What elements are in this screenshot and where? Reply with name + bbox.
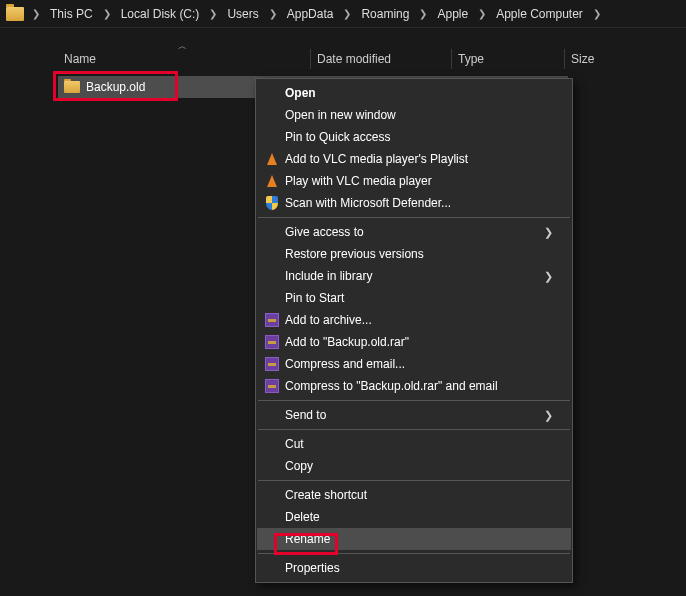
- menu-item[interactable]: Play with VLC media player: [257, 170, 571, 192]
- menu-item-label: Add to "Backup.old.rar": [285, 335, 553, 349]
- chevron-right-icon: ❯: [415, 8, 431, 19]
- menu-item[interactable]: Delete: [257, 506, 571, 528]
- folder-icon: [6, 7, 24, 21]
- chevron-right-icon: ❯: [589, 8, 605, 19]
- chevron-right-icon: ❯: [474, 8, 490, 19]
- menu-separator: [258, 553, 570, 554]
- breadcrumb-item[interactable]: AppData: [283, 3, 338, 25]
- menu-item-label: Play with VLC media player: [285, 174, 553, 188]
- chevron-right-icon: ❯: [99, 8, 115, 19]
- menu-item[interactable]: Compress to "Backup.old.rar" and email: [257, 375, 571, 397]
- chevron-right-icon: ❯: [205, 8, 221, 19]
- chevron-right-icon: ❯: [265, 8, 281, 19]
- menu-item-label: Pin to Start: [285, 291, 553, 305]
- archive-icon: [265, 379, 279, 393]
- menu-item[interactable]: Give access to ❯: [257, 221, 571, 243]
- menu-item[interactable]: Pin to Quick access: [257, 126, 571, 148]
- menu-item[interactable]: Create shortcut: [257, 484, 571, 506]
- column-header-name[interactable]: Name: [58, 48, 310, 70]
- menu-item[interactable]: Scan with Microsoft Defender...: [257, 192, 571, 214]
- menu-item-label: Compress and email...: [285, 357, 553, 371]
- menu-item-label: Compress to "Backup.old.rar" and email: [285, 379, 553, 393]
- menu-item-label: Add to archive...: [285, 313, 553, 327]
- menu-item[interactable]: Open in new window: [257, 104, 571, 126]
- menu-item[interactable]: Pin to Start: [257, 287, 571, 309]
- menu-item-label: Include in library: [285, 269, 544, 283]
- menu-item-label: Properties: [285, 561, 553, 575]
- menu-item[interactable]: Include in library ❯: [257, 265, 571, 287]
- menu-item[interactable]: Add to archive...: [257, 309, 571, 331]
- menu-separator: [258, 217, 570, 218]
- menu-item-label: Pin to Quick access: [285, 130, 553, 144]
- menu-item[interactable]: Properties: [257, 557, 571, 579]
- menu-item[interactable]: Add to "Backup.old.rar": [257, 331, 571, 353]
- breadcrumb-item[interactable]: Users: [223, 3, 262, 25]
- menu-item-label: Cut: [285, 437, 553, 451]
- menu-separator: [258, 400, 570, 401]
- menu-separator: [258, 429, 570, 430]
- archive-icon: [265, 313, 279, 327]
- breadcrumb-item[interactable]: Apple Computer: [492, 3, 587, 25]
- breadcrumb-item[interactable]: This PC: [46, 3, 97, 25]
- context-menu: Open Open in new window Pin to Quick acc…: [255, 78, 573, 583]
- breadcrumb[interactable]: ❯ This PC ❯ Local Disk (C:) ❯ Users ❯ Ap…: [0, 0, 686, 28]
- archive-icon: [265, 357, 279, 371]
- breadcrumb-item[interactable]: Roaming: [357, 3, 413, 25]
- chevron-right-icon: ❯: [544, 226, 553, 239]
- menu-item[interactable]: Send to ❯: [257, 404, 571, 426]
- column-header-date[interactable]: Date modified: [311, 48, 451, 70]
- column-headers: ︿ Name Date modified Type Size: [58, 46, 678, 72]
- vlc-icon: [267, 153, 277, 165]
- chevron-right-icon: ❯: [28, 8, 44, 19]
- menu-item[interactable]: Cut: [257, 433, 571, 455]
- menu-item-label: Open: [285, 86, 553, 100]
- chevron-right-icon: ❯: [544, 409, 553, 422]
- menu-item-label: Add to VLC media player's Playlist: [285, 152, 553, 166]
- shield-icon: [266, 196, 278, 210]
- menu-item-label: Send to: [285, 408, 544, 422]
- menu-item-label: Delete: [285, 510, 553, 524]
- menu-item-label: Copy: [285, 459, 553, 473]
- folder-icon: [64, 81, 80, 93]
- chevron-right-icon: ❯: [544, 270, 553, 283]
- menu-item[interactable]: Open: [257, 82, 571, 104]
- menu-item-label: Create shortcut: [285, 488, 553, 502]
- menu-item[interactable]: Copy: [257, 455, 571, 477]
- menu-item[interactable]: Rename: [257, 528, 571, 550]
- menu-item-label: Open in new window: [285, 108, 553, 122]
- menu-item-label: Rename: [285, 532, 553, 546]
- menu-item[interactable]: Restore previous versions: [257, 243, 571, 265]
- breadcrumb-item[interactable]: Apple: [433, 3, 472, 25]
- column-header-type[interactable]: Type: [452, 48, 564, 70]
- menu-item-label: Scan with Microsoft Defender...: [285, 196, 553, 210]
- menu-separator: [258, 480, 570, 481]
- column-header-size[interactable]: Size: [565, 48, 625, 70]
- archive-icon: [265, 335, 279, 349]
- menu-item[interactable]: Compress and email...: [257, 353, 571, 375]
- breadcrumb-item[interactable]: Local Disk (C:): [117, 3, 204, 25]
- menu-item[interactable]: Add to VLC media player's Playlist: [257, 148, 571, 170]
- menu-item-label: Give access to: [285, 225, 544, 239]
- menu-item-label: Restore previous versions: [285, 247, 553, 261]
- chevron-right-icon: ❯: [339, 8, 355, 19]
- vlc-icon: [267, 175, 277, 187]
